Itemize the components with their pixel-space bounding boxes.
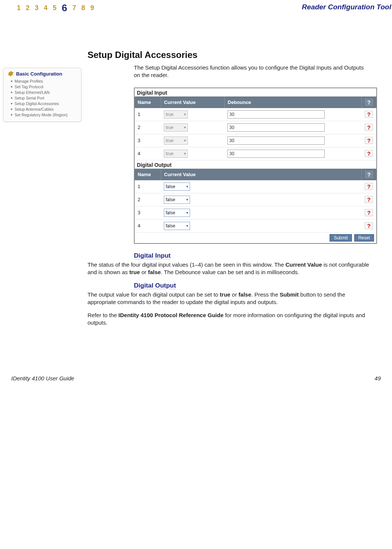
row-name: 1: [135, 108, 161, 121]
col-current-value: Current Value: [161, 169, 361, 180]
chapter-nav-1[interactable]: 1: [17, 4, 21, 12]
chapter-nav-2[interactable]: 2: [26, 4, 30, 12]
table-row: 3true▾?: [135, 134, 376, 147]
debounce-input[interactable]: [227, 123, 325, 132]
current-value-select: true▾: [164, 150, 188, 158]
sidebar-item[interactable]: Setup Antenna/Cables: [7, 107, 77, 112]
sidebar-item[interactable]: Setup Ethernet/LAN: [7, 90, 77, 95]
row-name: 3: [135, 206, 161, 219]
chevron-down-icon: ▾: [184, 125, 186, 129]
col-help: ?: [361, 169, 376, 180]
digital-input-heading: Digital Input: [135, 88, 376, 96]
gear-icon: [7, 70, 14, 77]
current-value-select: true▾: [164, 123, 188, 132]
debounce-input[interactable]: [227, 110, 325, 119]
table-row: 2true▾?: [135, 121, 376, 134]
debounce-input[interactable]: [227, 137, 325, 145]
table-row: 1true▾?: [135, 108, 376, 121]
footer-page-number: 49: [374, 375, 381, 381]
sidebar-item[interactable]: Setup Digital Accessories: [7, 101, 77, 107]
sidebar-item[interactable]: Set Tag Protocol: [7, 84, 77, 90]
col-current-value: Current Value: [161, 96, 224, 108]
sidebar-item[interactable]: Manage Profiles: [7, 79, 77, 84]
chevron-down-icon: ▾: [184, 151, 186, 156]
chevron-down-icon: ▾: [186, 224, 188, 228]
table-row: 3false▾?: [135, 206, 376, 219]
digital-output-heading: Digital Output: [135, 160, 376, 169]
current-value-select[interactable]: false▾: [164, 222, 190, 230]
header-title: Reader Configuration Tool: [302, 3, 391, 11]
sidebar-item[interactable]: Setup Serial Port: [7, 95, 77, 101]
help-icon[interactable]: ?: [365, 183, 373, 190]
submit-button[interactable]: Submit: [330, 234, 352, 242]
chevron-down-icon: ▾: [184, 112, 186, 116]
col-debounce: Debounce: [224, 96, 361, 108]
help-icon[interactable]: ?: [365, 137, 373, 144]
table-row: 4false▾?: [135, 219, 376, 232]
help-icon[interactable]: ?: [365, 209, 373, 216]
digital-input-table: Name Current Value Debounce ? 1true▾?2tr…: [135, 96, 376, 160]
help-icon: ?: [365, 99, 373, 106]
chevron-down-icon: ▾: [186, 197, 188, 202]
current-value-select: true▾: [164, 110, 188, 119]
reset-button[interactable]: Reset: [354, 234, 374, 242]
digital-input-subheading: Digital Input: [134, 252, 370, 260]
chapter-nav-4[interactable]: 4: [44, 4, 48, 12]
help-icon: ?: [365, 171, 373, 178]
row-name: 4: [135, 147, 161, 160]
digital-accessories-panel: Digital Input Name Current Value Debounc…: [134, 88, 377, 244]
chapter-nav-3[interactable]: 3: [35, 4, 39, 12]
current-value-select[interactable]: false▾: [164, 183, 190, 191]
reference-paragraph: Refer to the IDentity 4100 Protocol Refe…: [88, 312, 370, 327]
table-row: 2false▾?: [135, 193, 376, 206]
digital-output-subheading: Digital Output: [134, 282, 370, 289]
row-name: 2: [135, 121, 161, 134]
current-value-select: true▾: [164, 137, 188, 145]
intro-paragraph: The Setup Digital Accessories function a…: [134, 64, 370, 79]
sidebar-basic-configuration: Basic Configuration Manage ProfilesSet T…: [3, 68, 82, 122]
chapter-nav-7[interactable]: 7: [73, 4, 76, 12]
chevron-down-icon: ▾: [186, 184, 188, 188]
current-value-select[interactable]: false▾: [164, 196, 190, 204]
chapter-nav-9[interactable]: 9: [91, 4, 94, 12]
sidebar-item[interactable]: Set Regulatory Mode (Region): [7, 112, 77, 118]
help-icon[interactable]: ?: [365, 222, 373, 229]
chapter-nav-8[interactable]: 8: [82, 4, 85, 12]
col-help: ?: [361, 96, 376, 108]
section-title: Setup Digital Accessories: [88, 50, 370, 60]
help-icon[interactable]: ?: [365, 150, 373, 157]
debounce-input[interactable]: [227, 150, 325, 158]
current-value-select[interactable]: false▾: [164, 209, 190, 217]
table-row: 1false▾?: [135, 180, 376, 193]
digital-output-table: Name Current Value ? 1false▾?2false▾?3fa…: [135, 169, 376, 233]
chapter-nav-6[interactable]: 6: [62, 2, 67, 14]
help-icon[interactable]: ?: [365, 111, 373, 118]
footer-left: IDentity 4100 User Guide: [11, 375, 74, 381]
digital-output-paragraph: The output value for each digital output…: [88, 291, 370, 306]
col-name: Name: [135, 169, 161, 180]
row-name: 2: [135, 193, 161, 206]
help-icon[interactable]: ?: [365, 124, 373, 131]
sidebar-title: Basic Configuration: [16, 71, 62, 77]
help-icon[interactable]: ?: [365, 196, 373, 203]
chevron-down-icon: ▾: [186, 211, 188, 215]
col-name: Name: [135, 96, 161, 108]
chapter-nav-5[interactable]: 5: [53, 4, 56, 12]
row-name: 3: [135, 134, 161, 147]
digital-input-paragraph: The status of the four digital input val…: [88, 261, 370, 276]
chevron-down-icon: ▾: [184, 138, 186, 142]
chapter-nav: 123456789: [17, 2, 94, 14]
table-row: 4true▾?: [135, 147, 376, 160]
row-name: 4: [135, 219, 161, 232]
row-name: 1: [135, 180, 161, 193]
